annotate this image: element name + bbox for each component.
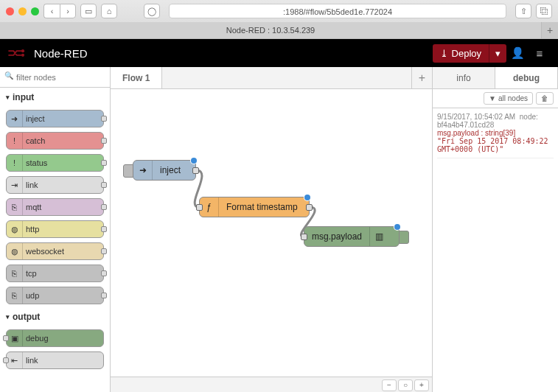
user-icon[interactable]: 👤: [506, 46, 529, 60]
zoom-reset-button[interactable]: ○: [398, 379, 413, 391]
debug-node-id: bf4a4b47.01cd28: [437, 121, 554, 129]
palette-node-tcp[interactable]: ⎘tcp: [6, 265, 104, 282]
deploy-button[interactable]: ⤓Deploy ▾: [433, 44, 506, 63]
sidebar-toggle-button[interactable]: ▭: [80, 4, 97, 18]
browser-tab[interactable]: Node-RED : 10.3.54.239: [0, 22, 542, 38]
debug-filter-button[interactable]: ▼all nodes: [484, 92, 533, 105]
flow-node-debug[interactable]: msg.payload ▥: [304, 226, 400, 247]
new-tab-button[interactable]: +: [542, 22, 558, 38]
forward-button[interactable]: ›: [60, 4, 76, 18]
link-icon: ⇤: [7, 352, 23, 368]
flow-node-inject[interactable]: ➜ inject: [133, 160, 196, 181]
minimize-window-icon[interactable]: [18, 7, 27, 15]
trash-icon: 🗑: [541, 94, 548, 102]
palette-node-debug[interactable]: ▣debug: [6, 329, 104, 347]
back-button[interactable]: ‹: [43, 4, 60, 18]
link-icon: ⇥: [7, 177, 23, 193]
tabs-button[interactable]: ⿻: [536, 4, 552, 18]
flow-canvas[interactable]: ➜ inject ƒ Format timestamp msg.payload …: [111, 89, 432, 377]
filter-icon: ▼: [489, 94, 496, 102]
node-red-logo-icon: [7, 48, 28, 58]
output-port[interactable]: [306, 204, 313, 211]
palette-node-link-in[interactable]: ⇥link: [6, 176, 104, 194]
share-button[interactable]: ⇧: [515, 4, 531, 18]
palette-node-websocket[interactable]: ◍websocket: [6, 242, 104, 260]
deploy-icon: ⤓: [440, 48, 448, 59]
debug-message[interactable]: 9/15/2017, 10:54:02 AM node: bf4a4b47.01…: [437, 113, 554, 158]
app-header: Node-RED ⤓Deploy ▾ 👤 ≡: [0, 39, 558, 67]
palette-node-http[interactable]: ◍http: [6, 220, 104, 238]
deploy-menu-caret[interactable]: ▾: [489, 44, 506, 63]
home-button[interactable]: ⌂: [101, 4, 117, 18]
palette-node-status[interactable]: !status: [6, 154, 104, 172]
palette-node-mqtt[interactable]: ⎘mqtt: [6, 198, 104, 216]
globe-icon: ◍: [7, 243, 23, 259]
sidebar-panel: info debug ▼all nodes 🗑 9/15/2017, 10:54…: [433, 67, 558, 392]
window-controls: [6, 7, 39, 15]
palette-node-catch[interactable]: !catch: [6, 132, 104, 150]
add-flow-button[interactable]: +: [411, 67, 432, 88]
app-title: Node-RED: [34, 47, 88, 60]
browser-chrome: ‹ › ▭ ⌂ ◯ :1988/#flow/5b5ded1e.772024 ⇧ …: [0, 0, 558, 39]
sidebar-tab-debug[interactable]: debug: [495, 67, 558, 88]
node-changed-icon: [304, 195, 310, 200]
palette-filter-input[interactable]: [3, 71, 107, 84]
canvas-footer: − ○ +: [111, 377, 432, 392]
close-window-icon[interactable]: [6, 7, 14, 15]
palette-panel: input ➜inject !catch !status ⇥link ⎘mqtt…: [0, 67, 111, 392]
flow-node-function[interactable]: ƒ Format timestamp: [199, 197, 310, 217]
bridge-icon: ⎘: [7, 199, 23, 215]
url-bar[interactable]: :1988/#flow/5b5ded1e.772024: [169, 4, 506, 18]
palette-node-inject[interactable]: ➜inject: [6, 110, 104, 127]
menu-icon[interactable]: ≡: [529, 47, 551, 60]
debug-payload-key: msg.payload : string[39]: [437, 129, 554, 137]
flow-tab[interactable]: Flow 1: [111, 67, 162, 88]
palette-category-output[interactable]: output: [0, 307, 110, 326]
bridge-icon: ⎘: [7, 287, 23, 304]
zoom-in-button[interactable]: +: [414, 379, 429, 391]
input-port[interactable]: [301, 234, 307, 240]
debug-clear-button[interactable]: 🗑: [536, 92, 554, 105]
nav-buttons: ‹ ›: [43, 4, 76, 18]
debug-icon: ▥: [369, 227, 388, 246]
node-changed-icon: [394, 224, 400, 230]
debug-icon: ▣: [7, 330, 23, 346]
arrow-in-icon: ➜: [133, 161, 153, 180]
debug-payload-value: "Fri Sep 15 2017 08:49:22 GMT+0000 (UTC)…: [437, 137, 554, 153]
refresh-button[interactable]: ◯: [144, 4, 160, 18]
input-port[interactable]: [196, 204, 203, 211]
zoom-out-button[interactable]: −: [382, 379, 397, 391]
inject-trigger-button[interactable]: [123, 164, 133, 178]
alert-icon: !: [7, 133, 23, 149]
bridge-icon: ⎘: [7, 265, 23, 281]
debug-output: 9/15/2017, 10:54:02 AM node: bf4a4b47.01…: [433, 108, 558, 392]
svg-point-0: [21, 49, 24, 52]
maximize-window-icon[interactable]: [31, 7, 39, 15]
status-icon: !: [7, 155, 23, 171]
svg-point-1: [21, 54, 24, 57]
globe-icon: ◍: [7, 221, 23, 237]
sidebar-tab-info[interactable]: info: [433, 67, 495, 88]
debug-toggle-button[interactable]: [399, 231, 409, 244]
palette-node-link-out[interactable]: ⇤link: [6, 351, 104, 369]
palette-node-udp[interactable]: ⎘udp: [6, 287, 104, 304]
node-changed-icon: [191, 158, 197, 164]
workspace: Flow 1 + ➜ inject ƒ Format timestamp: [111, 67, 433, 392]
debug-timestamp: 9/15/2017, 10:54:02 AM: [437, 113, 515, 121]
arrow-in-icon: ➜: [7, 111, 23, 127]
output-port[interactable]: [192, 167, 199, 174]
palette-category-input[interactable]: input: [0, 88, 110, 107]
